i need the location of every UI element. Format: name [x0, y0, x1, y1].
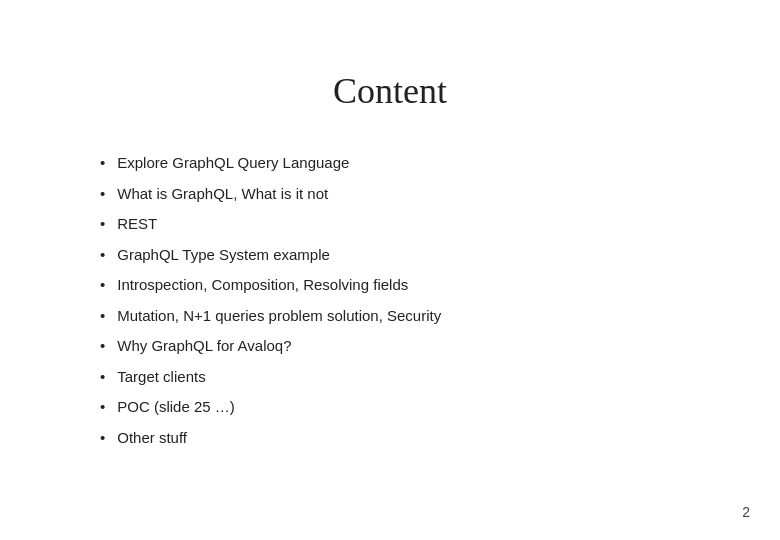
list-item: POC (slide 25 …) — [100, 396, 720, 419]
slide-number: 2 — [742, 504, 750, 520]
list-item: Mutation, N+1 queries problem solution, … — [100, 305, 720, 328]
list-item: REST — [100, 213, 720, 236]
list-item: Target clients — [100, 366, 720, 389]
list-item: Explore GraphQL Query Language — [100, 152, 720, 175]
slide-title: Content — [60, 70, 720, 112]
list-item: Why GraphQL for Avaloq? — [100, 335, 720, 358]
list-item: What is GraphQL, What is it not — [100, 183, 720, 206]
slide: Content Explore GraphQL Query LanguageWh… — [0, 0, 780, 540]
list-item: Introspection, Composition, Resolving fi… — [100, 274, 720, 297]
content-list: Explore GraphQL Query LanguageWhat is Gr… — [100, 152, 720, 449]
list-item: GraphQL Type System example — [100, 244, 720, 267]
list-item: Other stuff — [100, 427, 720, 450]
